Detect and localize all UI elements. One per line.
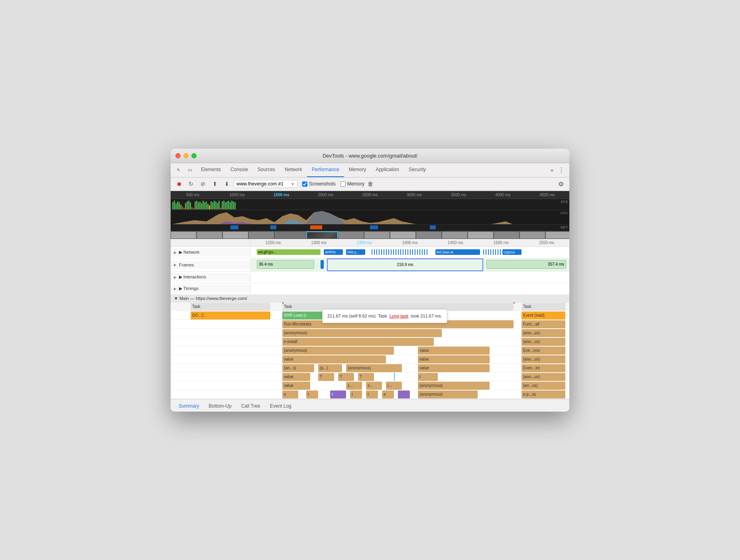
flame-t-small-2[interactable]: t xyxy=(350,390,362,398)
timings-arrow-icon: ▶ xyxy=(174,287,177,291)
flame-s1[interactable]: s... xyxy=(346,382,362,390)
more-tabs-button[interactable]: » xyxy=(547,163,557,177)
timings-track-header[interactable]: ▶ ▶ Timings xyxy=(171,284,250,293)
record-button[interactable]: ⏺ xyxy=(174,179,184,189)
stop-button[interactable]: ⊘ xyxy=(198,179,208,189)
flame-T-1[interactable]: T xyxy=(318,373,334,381)
flame-e-2[interactable]: e xyxy=(382,390,394,398)
selection-cursor xyxy=(394,373,395,381)
net-track: NET xyxy=(171,225,569,231)
flame-anon-right-1[interactable]: (ano...us) xyxy=(522,329,565,337)
network-item-4[interactable]: cygnus xyxy=(502,249,522,255)
tab-performance[interactable]: Performance xyxy=(307,163,344,177)
network-item-2[interactable]: M6Ly... xyxy=(346,249,365,255)
interactions-track-header[interactable]: ▶ ▶ Interactions xyxy=(171,273,250,281)
flame-t-1[interactable]: t xyxy=(418,373,438,381)
time-label-0: 1250 ms xyxy=(250,241,296,245)
tab-security[interactable]: Security xyxy=(404,163,431,177)
flame-evenire[interactable]: Even...ire xyxy=(522,364,565,372)
maximize-button[interactable] xyxy=(191,153,197,158)
network-item-1[interactable]: aHR0c xyxy=(324,249,343,255)
flame-value-6[interactable]: value xyxy=(282,382,310,390)
network-track-header[interactable]: ▶ ▶ Network xyxy=(171,248,250,256)
flame-t-purple[interactable]: t xyxy=(330,390,346,398)
download-button[interactable]: ⬇ xyxy=(222,179,232,189)
dropdown-arrow-icon: ▼ xyxy=(291,182,295,186)
flame-T-3[interactable]: T xyxy=(358,373,374,381)
main-timeline-area: 1250 ms 1300 ms 1350 ms 1400 ms 1450 ms … xyxy=(171,239,569,399)
frames-track-header[interactable]: ▶ Frames xyxy=(171,261,250,269)
tab-bottom-up[interactable]: Bottom-Up xyxy=(204,400,236,412)
flame-a[interactable]: (a...) xyxy=(318,364,342,372)
tab-elements[interactable]: Elements xyxy=(196,163,226,177)
flame-row-11: e t t t t e (anonymous) e.p...ss xyxy=(171,390,569,399)
flame-anon-4[interactable]: (anonymous) xyxy=(418,382,490,390)
frames-track-content: 36.4 ms 218.9 ms 357.4 ms xyxy=(250,258,569,271)
flame-task-3[interactable]: Task xyxy=(522,303,565,311)
memory-checkbox[interactable] xyxy=(340,181,346,187)
flame-anus[interactable]: (an...us) xyxy=(522,382,565,390)
tab-memory[interactable]: Memory xyxy=(344,163,371,177)
flame-value-5[interactable]: value xyxy=(282,373,310,381)
flame-value-1[interactable]: value xyxy=(418,347,490,355)
flame-value-2[interactable]: value xyxy=(282,355,386,363)
flame-event-load[interactable]: Event (load) xyxy=(522,312,565,319)
cursor-icon[interactable]: ↖ xyxy=(174,165,183,175)
flame-epss[interactable]: e.p...ss xyxy=(522,390,565,398)
tab-network[interactable]: Network xyxy=(280,163,307,177)
upload-button[interactable]: ⬆ xyxy=(210,179,220,189)
memory-checkbox-label[interactable]: Memory xyxy=(340,181,364,187)
frame-item-2[interactable]: 357.4 ms xyxy=(486,260,566,269)
screenshots-checkbox-label[interactable]: Screenshots xyxy=(302,181,336,187)
flame-t-small-3[interactable]: t xyxy=(366,390,378,398)
flame-anon-right-2[interactable]: (ano...us) xyxy=(522,338,565,346)
flame-anon-2[interactable]: (anonymous) xyxy=(282,347,394,355)
tab-event-log[interactable]: Event Log xyxy=(265,400,296,412)
flame-i[interactable]: i... xyxy=(386,382,402,390)
reload-button[interactable]: ↻ xyxy=(186,179,196,189)
tab-summary[interactable]: Summary xyxy=(174,400,204,412)
tooltip-long-task[interactable]: Long task xyxy=(390,314,409,318)
interactions-track-label: ▶ Interactions xyxy=(179,274,206,280)
screenshots-checkbox[interactable] xyxy=(302,181,307,187)
flame-T-2[interactable]: T xyxy=(338,373,354,381)
frame-item-0[interactable]: 36.4 ms xyxy=(257,260,314,269)
main-track-header: ▼ Main — https://www.theverge.com/ xyxy=(171,295,569,302)
flame-task-1[interactable]: Task xyxy=(191,303,270,311)
flame-t-small-1[interactable]: t xyxy=(306,390,318,398)
network-item-3[interactable]: bid (aax.ar xyxy=(435,249,480,255)
flame-funcall[interactable]: Func...all xyxy=(522,320,565,328)
close-button[interactable] xyxy=(175,153,181,158)
interactions-track-row: ▶ ▶ Interactions xyxy=(171,272,569,283)
tab-sources[interactable]: Sources xyxy=(253,163,280,177)
timeline-overview[interactable]: 500 ms 1000 ms 1500 ms 2000 ms 2500 ms 3… xyxy=(171,191,569,239)
flame-anon-5[interactable]: (anonymous) xyxy=(418,390,478,398)
flame-value-3[interactable]: value xyxy=(418,355,490,363)
flame-value-4[interactable]: value xyxy=(418,364,490,372)
frames-track-label: Frames xyxy=(179,262,194,267)
flame-ans[interactable]: (an...s) xyxy=(282,364,314,372)
flame-anous-1[interactable]: (ano...us) xyxy=(522,355,565,363)
flame-anous-2[interactable]: (ano...us) xyxy=(522,373,565,381)
flame-anon-1[interactable]: (anonymous) xyxy=(282,329,442,337)
network-item-0[interactable]: xel.gif (px... xyxy=(257,249,321,255)
clear-button[interactable]: 🗑 xyxy=(366,179,375,188)
flame-s2[interactable]: s... xyxy=(366,382,382,390)
flame-evence[interactable]: Eve...nce xyxy=(522,347,565,355)
tab-application[interactable]: Application xyxy=(371,163,404,177)
tab-call-tree[interactable]: Call Tree xyxy=(236,400,265,412)
flame-row-10: value s... s... i... (anonymous) (an...u… xyxy=(171,381,569,390)
devtools-menu-button[interactable]: ⋮ xyxy=(557,165,566,175)
main-track-label: ▼ Main — https://www.theverge.com/ xyxy=(174,296,247,301)
flame-t-purple2[interactable] xyxy=(398,390,410,398)
flame-einstall[interactable]: e.install xyxy=(282,338,434,346)
flame-e-1[interactable]: e xyxy=(282,390,298,398)
settings-button[interactable]: ⚙ xyxy=(556,179,566,189)
minimize-button[interactable] xyxy=(183,153,189,158)
frame-item-1[interactable]: 218.9 ms xyxy=(327,258,483,271)
device-icon[interactable]: ▭ xyxy=(185,165,195,175)
url-selector[interactable]: www.theverge.com #1 ▼ xyxy=(234,180,297,188)
flame-anon-3[interactable]: (anonymous) xyxy=(346,364,402,372)
flame-doc[interactable]: DO...C xyxy=(191,312,270,319)
tab-console[interactable]: Console xyxy=(226,163,253,177)
